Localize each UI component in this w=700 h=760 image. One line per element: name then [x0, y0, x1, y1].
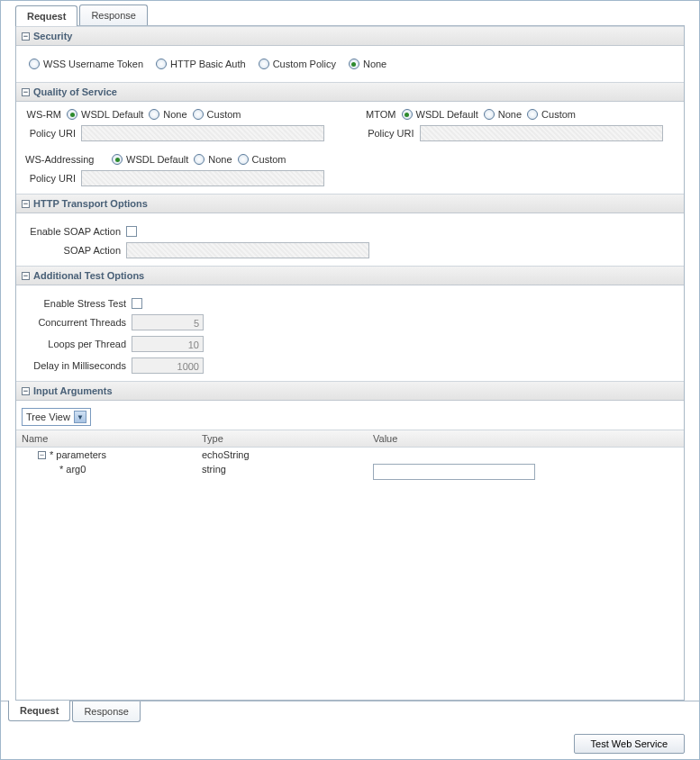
collapse-icon[interactable]: − — [22, 272, 30, 280]
tab-response-bottom[interactable]: Response — [72, 701, 141, 722]
radio-mtom-none[interactable]: None — [484, 109, 522, 120]
section-header-additional: − Additional Test Options — [16, 266, 684, 285]
radio-wsrm-wsdl[interactable]: WSDL Default — [67, 109, 143, 120]
section-title: HTTP Transport Options — [33, 198, 148, 209]
enable-soap-checkbox[interactable] — [126, 226, 137, 237]
wsaddr-label: WS-Addressing — [25, 154, 106, 165]
col-value: Value — [373, 433, 678, 444]
grid-header: Name Type Value — [16, 430, 684, 448]
collapse-icon[interactable]: − — [22, 32, 30, 41]
col-name: Name — [22, 433, 202, 444]
wsaddr-policy-uri-input — [81, 170, 324, 186]
test-web-service-button[interactable]: Test Web Service — [574, 734, 685, 754]
bottom-tabs: Request Response — [1, 701, 699, 722]
section-title: Additional Test Options — [33, 270, 144, 281]
radio-custom-policy[interactable]: Custom Policy — [259, 59, 336, 69]
policy-uri-label: Policy URI — [25, 128, 76, 139]
tab-response[interactable]: Response — [79, 5, 148, 25]
table-row[interactable]: − * parameters echoString — [16, 448, 684, 462]
content-pane: − Security WSS Username Token HTTP Basic… — [15, 25, 685, 701]
mtom-label: MTOM — [364, 109, 396, 120]
mtom-policy-uri-input — [420, 125, 663, 141]
wsrm-label: WS-RM — [25, 109, 61, 120]
policy-uri-label: Policy URI — [25, 173, 76, 184]
tab-request[interactable]: Request — [15, 5, 77, 26]
view-mode-select[interactable]: Tree View ▼ — [22, 408, 91, 426]
enable-stress-checkbox[interactable] — [132, 298, 142, 309]
radio-mtom-custom[interactable]: Custom — [527, 109, 576, 120]
loops-label: Loops per Thread — [25, 339, 126, 349]
policy-uri-label: Policy URI — [364, 128, 414, 139]
collapse-icon[interactable]: − — [22, 387, 30, 395]
section-title: Quality of Service — [33, 86, 117, 97]
wsrm-policy-uri-input — [81, 125, 324, 141]
radio-mtom-wsdl[interactable]: WSDL Default — [402, 109, 478, 120]
enable-soap-label: Enable SOAP Action — [25, 226, 121, 237]
grid-body: − * parameters echoString * arg0 string — [16, 448, 684, 700]
table-row[interactable]: * arg0 string — [16, 462, 684, 482]
radio-wsaddr-custom[interactable]: Custom — [238, 154, 286, 165]
collapse-icon[interactable]: − — [22, 200, 30, 208]
collapse-icon[interactable]: − — [38, 451, 46, 459]
loops-input: 10 — [132, 336, 204, 352]
radio-wsaddr-wsdl[interactable]: WSDL Default — [112, 154, 188, 165]
section-header-input-args: − Input Arguments — [16, 381, 684, 401]
soap-action-input — [126, 242, 369, 258]
soap-action-label: SOAP Action — [25, 245, 121, 256]
radio-http-basic[interactable]: HTTP Basic Auth — [156, 59, 246, 69]
enable-stress-label: Enable Stress Test — [25, 298, 126, 309]
threads-label: Concurrent Threads — [25, 317, 126, 328]
delay-input: 1000 — [132, 357, 204, 374]
radio-none[interactable]: None — [349, 59, 386, 69]
section-header-http: − HTTP Transport Options — [16, 194, 684, 213]
security-radio-group: WSS Username Token HTTP Basic Auth Custo… — [25, 53, 675, 75]
section-title: Security — [33, 31, 72, 41]
radio-wsrm-custom[interactable]: Custom — [193, 109, 241, 120]
section-title: Input Arguments — [33, 385, 113, 396]
top-tabs: Request Response — [1, 1, 699, 25]
col-type: Type — [202, 433, 373, 444]
tab-request-bottom[interactable]: Request — [8, 701, 70, 721]
arg0-value-input[interactable] — [373, 464, 535, 480]
section-header-qos: − Quality of Service — [16, 82, 684, 102]
collapse-icon[interactable]: − — [22, 88, 30, 96]
chevron-down-icon: ▼ — [74, 411, 86, 423]
delay-label: Delay in Milliseconds — [25, 360, 126, 371]
radio-wsrm-none[interactable]: None — [149, 109, 186, 120]
section-header-security: − Security — [16, 26, 684, 46]
radio-wss[interactable]: WSS Username Token — [29, 59, 143, 69]
threads-input: 5 — [132, 314, 204, 330]
radio-wsaddr-none[interactable]: None — [194, 154, 232, 165]
